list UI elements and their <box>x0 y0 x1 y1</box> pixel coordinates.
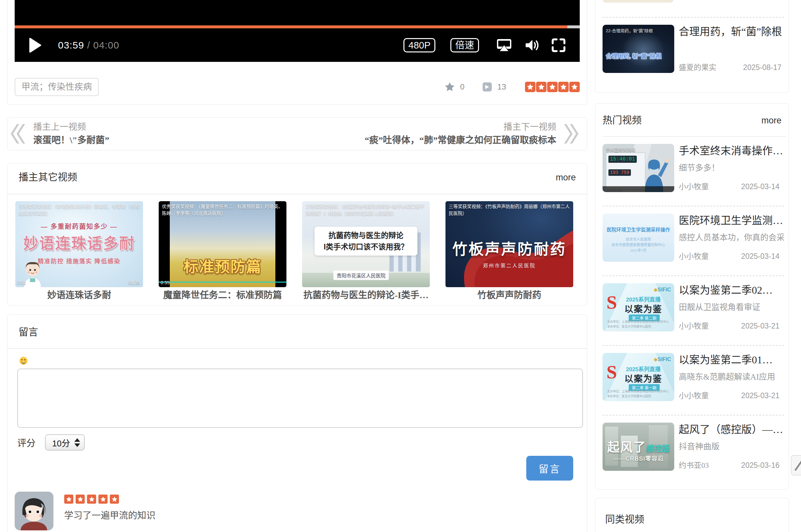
progress-bar[interactable] <box>15 25 580 28</box>
comments-card: 留言 评分 10分 <box>7 315 587 532</box>
comment-star-icon <box>76 495 85 504</box>
sidebar-video-date: 2025-03-14 <box>741 252 780 261</box>
rating-star-icon[interactable] <box>558 82 569 92</box>
sidebar-video-item[interactable]: S ◆SIFIC 2025系列直播 以案为鉴 第二季 第二期 主办单位：上海斯菲… <box>603 276 784 346</box>
sidebar-video-title[interactable]: 医院环境卫生学监测… <box>679 214 784 227</box>
sidebar-video-thumbnail[interactable]: S ◆SIFIC 2025系列直播 以案为鉴 第二季 第二期 主办单位：上海斯菲… <box>603 283 674 331</box>
time-current: 03:59 <box>58 40 84 51</box>
sidebar-video-author[interactable]: 盛夏的果实 <box>679 61 716 72</box>
sidebar-video-author[interactable]: 小小牧童 <box>679 180 709 191</box>
thumb-top-label: 手术室终末消毒 <box>606 147 635 153</box>
sidebar-video-item[interactable]: 起风了感控版 ——CRBSI零容忍 起风了（感控版）—… 抖音神曲版 约书亚03… <box>603 415 784 475</box>
related-video-card[interactable]: 标准预防篇 优秀奖获奖视频：《魔童降世任务二：标准预防篇》时培英、陈峥、李李等（… <box>159 201 287 301</box>
sidebar-video-author[interactable]: 小小牧童 <box>679 250 709 261</box>
thumb-overlay-text: 三等奖获奖视频：《竹板声声防耐药》周丽娜（郑州市第二人民医院） <box>449 203 570 217</box>
speed-button[interactable]: 倍速 <box>450 38 479 52</box>
related-video-thumbnail[interactable]: — 多重耐药菌知多少 — 妙语连珠话多耐 精准防控 措施落实 降低感染 <box>15 201 143 287</box>
thumb-big-text: 起风了 <box>607 440 646 454</box>
sidebar-video-title[interactable]: 以案为鉴第二季02… <box>679 283 784 297</box>
submit-comment-button[interactable]: 留言 <box>526 456 573 480</box>
next-chevrons-icon <box>564 124 579 144</box>
sidebar-video-subtitle: 感控人员基本功，你真的会采 <box>679 233 784 242</box>
sidebar-partial-thumbnail[interactable] <box>603 0 674 3</box>
prev-video-title[interactable]: 滚蛋吧！\"多耐菌” <box>33 136 109 145</box>
thumb-center-sub-text: 郑州市第二人民医院 <box>445 262 573 269</box>
related-video-card[interactable]: 竹板声声防耐药 郑州市第二人民医院 三等奖获奖视频：《竹板声声防耐药》周丽娜（郑… <box>445 201 573 301</box>
video-tag[interactable]: 甲流；传染性疾病 <box>15 78 99 96</box>
sidebar-video-thumbnail[interactable]: 医院环境卫生学监测采样操作 启东市人民医院 启东市医院感染管理质量控制中心 20… <box>603 214 674 262</box>
related-video-thumbnail[interactable]: 竹板声声防耐药 郑州市第二人民医院 三等奖获奖视频：《竹板声声防耐药》周丽娜（郑… <box>445 201 573 287</box>
sidebar-video-title[interactable]: 起风了（感控版）—… <box>679 423 784 436</box>
other-videos-more-link[interactable]: more <box>556 173 576 182</box>
sidebar-video-meta: 小小牧童 2025-03-21 <box>679 390 784 400</box>
sidebar-video-thumbnail[interactable]: 22-合理用药，斩“菌”除根 合理用药, 斩“菌”除根 <box>603 25 674 73</box>
thumb-host-line: 主办单位：上海斯菲克微生物应用技术研究中心 <box>607 389 673 394</box>
hot-videos-header: 热门视频 more <box>603 103 786 137</box>
rating-star-icon[interactable] <box>525 82 535 92</box>
rating-select[interactable]: 10分 <box>45 434 85 451</box>
favorite-count: 0 <box>460 82 465 92</box>
prev-video-texts: 播主上一视频 滚蛋吧！\"多耐菌” <box>33 123 109 145</box>
related-video-caption[interactable]: 魔童降世任务二：标准预防篇 <box>159 288 287 301</box>
rating-star-icon[interactable] <box>569 82 580 92</box>
play-icon[interactable] <box>29 37 42 53</box>
video-screen[interactable] <box>15 0 580 25</box>
sidebar-video-item[interactable]: 22-合理用药，斩“菌”除根 合理用药, 斩“菌”除根 合理用药，斩“菌”除根 … <box>603 18 786 73</box>
quality-button[interactable]: 480P <box>403 38 435 52</box>
comment-item: 学习了一遍甲流的知识 <box>15 492 580 530</box>
rating-star-icon[interactable] <box>536 82 546 92</box>
related-video-thumbnail[interactable]: 抗菌药物与医生的辩论 I类手术切口该不该用我？ 贵阳市花溪区人民医院 三等奖获奖… <box>302 201 430 287</box>
sidebar-video-title[interactable]: 以案为鉴第二季01… <box>679 353 784 367</box>
sidebar-video-meta: 盛夏的果实 2025-08-17 <box>679 61 786 72</box>
volume-icon[interactable] <box>525 38 539 52</box>
prev-chevrons-icon <box>11 124 25 144</box>
hot-videos-title: 热门视频 <box>603 115 642 125</box>
sidebar-video-info: 合理用药，斩“菌”除根 盛夏的果实 2025-08-17 <box>679 25 786 73</box>
smoke-effect <box>622 31 665 67</box>
airplay-icon[interactable] <box>496 38 512 52</box>
sidebar-video-author[interactable]: 小小牧童 <box>679 320 709 331</box>
prev-video-link[interactable]: 播主上一视频 滚蛋吧！\"多耐菌” <box>11 123 109 145</box>
sidebar-video-thumbnail[interactable]: 起风了感控版 ——CRBSI零容忍 <box>603 423 674 471</box>
related-video-thumbnail[interactable]: 标准预防篇 优秀奖获奖视频：《魔童降世任务二：标准预防篇》时培英、陈峥、李李等（… <box>159 201 287 287</box>
thumb-host-lines: 主办单位：上海斯菲克微生物应用技术研究中心承办单位：复旦大学附属中山医院 <box>607 319 673 329</box>
favorite-icon[interactable] <box>444 82 455 92</box>
sidebar-video-title[interactable]: 合理用药，斩“菌”除根 <box>679 25 786 38</box>
sidebar-video-subtitle: 高晓东&范鹏超解读AI应用 <box>679 373 784 382</box>
rating-row: 评分 10分 <box>17 434 587 451</box>
related-video-caption[interactable]: 抗菌药物与医生的辩论-I类手… <box>302 288 430 301</box>
sidebar-video-item[interactable]: S ◆SIFIC 2025系列直播 以案为鉴 第二季 第一期 主办单位：上海斯菲… <box>603 346 784 415</box>
sidebar: 22-合理用药，斩“菌”除根 合理用药, 斩“菌”除根 合理用药，斩“菌”除根 … <box>595 0 789 532</box>
next-video-link[interactable]: 播主下一视频 “痰”吐得体，“肺”常健康之如何正确留取痰标本 <box>365 123 579 145</box>
sidebar-video-item[interactable]: 医院环境卫生学监测采样操作 启东市人民医院 启东市医院感染管理质量控制中心 20… <box>603 206 784 276</box>
sidebar-hot-card: 热门视频 more 15:46:01 193 759 手术室终末消毒 <box>595 103 789 490</box>
player-right-controls: 480P 倍速 <box>403 38 580 52</box>
sidebar-video-item[interactable]: 15:46:01 193 759 手术室终末消毒 手术室终末消毒操作… 细节多多… <box>603 137 784 206</box>
sidebar-related-card: 同类视频 <box>595 498 789 532</box>
fullscreen-icon[interactable] <box>551 38 566 52</box>
sidebar-latest-card: 22-合理用药，斩“菌”除根 合理用药, 斩“菌”除根 合理用药，斩“菌”除根 … <box>595 0 789 93</box>
rating-star-icon[interactable] <box>547 82 558 92</box>
related-video-card[interactable]: — 多重耐药菌知多少 — 妙语连珠话多耐 精准防控 措施落实 降低感染 <box>15 201 143 301</box>
video-rating-stars[interactable] <box>524 82 580 92</box>
next-video-texts: 播主下一视频 “痰”吐得体，“肺”常健康之如何正确留取痰标本 <box>365 123 556 145</box>
comment-textarea[interactable] <box>17 368 583 428</box>
thumb-time-right: 01:28 <box>128 280 140 285</box>
sidebar-video-info: 起风了（感控版）—… 抖音神曲版 约书亚03 2025-03-16 <box>679 423 784 471</box>
thumb-host-lines: 主办单位：上海斯菲克微生物应用技术研究中心承办单位：复旦大学附属中山医院 <box>607 389 673 399</box>
related-video-caption[interactable]: 妙语连珠话多耐 <box>15 288 143 301</box>
related-video-card[interactable]: 抗菌药物与医生的辩论 I类手术切口该不该用我？ 贵阳市花溪区人民医院 三等奖获奖… <box>302 201 430 301</box>
sidebar-video-thumbnail[interactable]: 15:46:01 193 759 手术室终末消毒 <box>603 144 674 192</box>
back-to-top-icon <box>795 460 801 471</box>
next-video-title[interactable]: “痰”吐得体，“肺”常健康之如何正确留取痰标本 <box>365 136 556 145</box>
emoji-picker-icon[interactable] <box>19 357 28 365</box>
back-to-top-button[interactable] <box>791 455 801 475</box>
sidebar-video-author[interactable]: 小小牧童 <box>679 390 709 400</box>
sidebar-video-title[interactable]: 手术室终末消毒操作… <box>679 144 784 157</box>
related-video-caption[interactable]: 竹板声声防耐药 <box>445 288 573 301</box>
video-player[interactable]: 03:59 / 04:00 480P 倍速 <box>15 0 580 62</box>
hot-videos-more-link[interactable]: more <box>761 116 781 125</box>
thumb-host-line: 承办单位：复旦大学附属中山医院 <box>607 394 673 399</box>
sidebar-video-author[interactable]: 约书亚03 <box>679 459 709 470</box>
sidebar-video-thumbnail[interactable]: S ◆SIFIC 2025系列直播 以案为鉴 第二季 第一期 主办单位：上海斯菲… <box>603 353 674 401</box>
